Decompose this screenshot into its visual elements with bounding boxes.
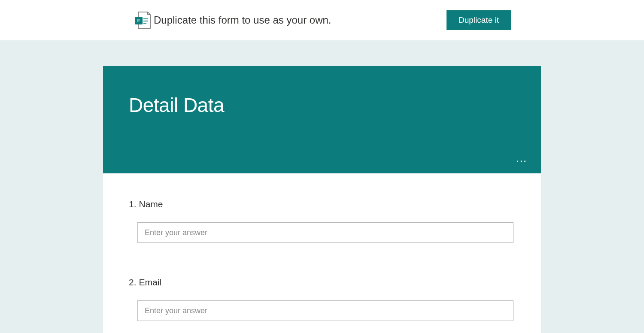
form-card: Detail Data ··· 1. Name 2. Email	[103, 66, 541, 333]
question-email: 2. Email	[129, 277, 515, 321]
form-title: Detail Data	[129, 94, 515, 117]
form-header: Detail Data ···	[103, 66, 541, 173]
question-label-row: 1. Name	[129, 199, 515, 209]
question-number: 1.	[129, 199, 137, 209]
top-bar-left: F Duplicate this form to use as your own…	[133, 11, 331, 30]
ms-forms-icon: F	[133, 11, 151, 30]
question-label: Email	[139, 277, 162, 288]
email-input[interactable]	[137, 300, 513, 321]
more-options-button[interactable]: ···	[513, 154, 530, 167]
question-label-row: 2. Email	[129, 277, 515, 288]
top-bar: F Duplicate this form to use as your own…	[0, 0, 644, 40]
top-bar-inner: F Duplicate this form to use as your own…	[133, 10, 511, 30]
duplicate-message: Duplicate this form to use as your own.	[154, 14, 331, 26]
question-name: 1. Name	[129, 199, 515, 243]
name-input[interactable]	[137, 222, 513, 243]
duplicate-button[interactable]: Duplicate it	[447, 10, 511, 30]
question-number: 2.	[129, 277, 137, 288]
content-area: Detail Data ··· 1. Name 2. Email	[0, 40, 644, 333]
form-body: 1. Name 2. Email	[103, 173, 541, 333]
question-label: Name	[139, 199, 163, 209]
svg-text:F: F	[137, 18, 140, 23]
